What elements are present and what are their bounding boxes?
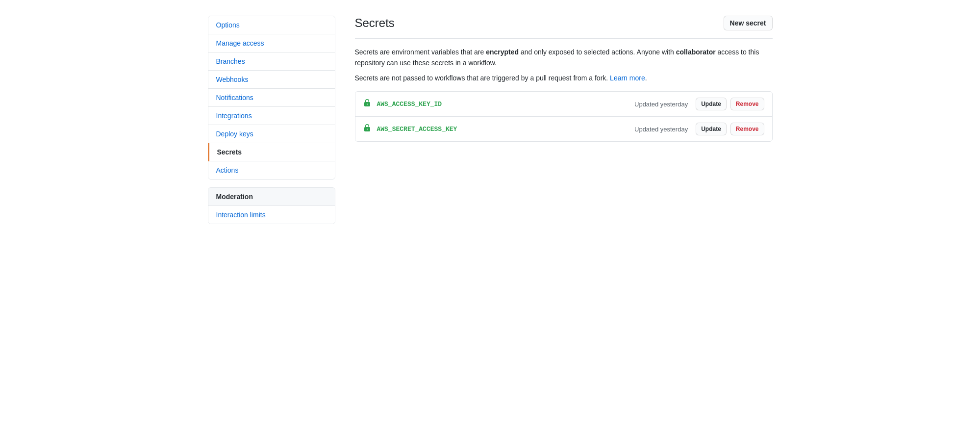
secret-name-aws-secret-access-key: AWS_SECRET_ACCESS_KEY [377, 126, 635, 133]
sidebar-item-interaction-limits[interactable]: Interaction limits [208, 206, 335, 224]
new-secret-button[interactable]: New secret [724, 16, 773, 30]
sidebar-group-moderation: Moderation Interaction limits [208, 187, 335, 224]
sidebar-item-manage-access[interactable]: Manage access [208, 34, 335, 52]
sidebar: Options Manage access Branches Webhooks … [208, 16, 335, 232]
lock-icon [363, 99, 371, 109]
learn-more-link[interactable]: Learn more [610, 74, 645, 82]
sidebar-item-webhooks[interactable]: Webhooks [208, 71, 335, 89]
update-aws-access-key-id-button[interactable]: Update [696, 98, 727, 110]
sidebar-item-branches[interactable]: Branches [208, 52, 335, 71]
remove-aws-secret-access-key-button[interactable]: Remove [730, 123, 764, 135]
description-line2: Secrets are not passed to workflows that… [355, 73, 773, 83]
secrets-list: AWS_ACCESS_KEY_ID Updated yesterday Upda… [355, 91, 773, 142]
secret-updated-aws-access-key-id: Updated yesterday [634, 101, 688, 108]
description: Secrets are environment variables that a… [355, 47, 773, 83]
lock-icon [363, 124, 371, 134]
collaborator-bold: collaborator [676, 48, 716, 56]
sidebar-item-secrets[interactable]: Secrets [208, 143, 335, 161]
page-title: Secrets [355, 16, 395, 30]
secret-updated-aws-secret-access-key: Updated yesterday [634, 126, 688, 133]
secret-actions-aws-secret-access-key: Update Remove [696, 123, 764, 135]
page-header: Secrets New secret [355, 16, 773, 39]
secret-row: AWS_ACCESS_KEY_ID Updated yesterday Upda… [355, 92, 772, 117]
update-aws-secret-access-key-button[interactable]: Update [696, 123, 727, 135]
main-content: Secrets New secret Secrets are environme… [355, 16, 773, 232]
sidebar-item-actions[interactable]: Actions [208, 161, 335, 179]
secret-actions-aws-access-key-id: Update Remove [696, 98, 764, 110]
sidebar-group-main: Options Manage access Branches Webhooks … [208, 16, 335, 180]
sidebar-item-integrations[interactable]: Integrations [208, 107, 335, 125]
remove-aws-access-key-id-button[interactable]: Remove [730, 98, 764, 110]
sidebar-item-options[interactable]: Options [208, 16, 335, 34]
sidebar-item-moderation: Moderation [208, 188, 335, 206]
secret-row: AWS_SECRET_ACCESS_KEY Updated yesterday … [355, 117, 772, 141]
description-line1: Secrets are environment variables that a… [355, 47, 773, 69]
sidebar-item-deploy-keys[interactable]: Deploy keys [208, 125, 335, 143]
encrypted-bold: encrypted [486, 48, 519, 56]
secret-name-aws-access-key-id: AWS_ACCESS_KEY_ID [377, 101, 635, 108]
sidebar-item-notifications[interactable]: Notifications [208, 89, 335, 107]
